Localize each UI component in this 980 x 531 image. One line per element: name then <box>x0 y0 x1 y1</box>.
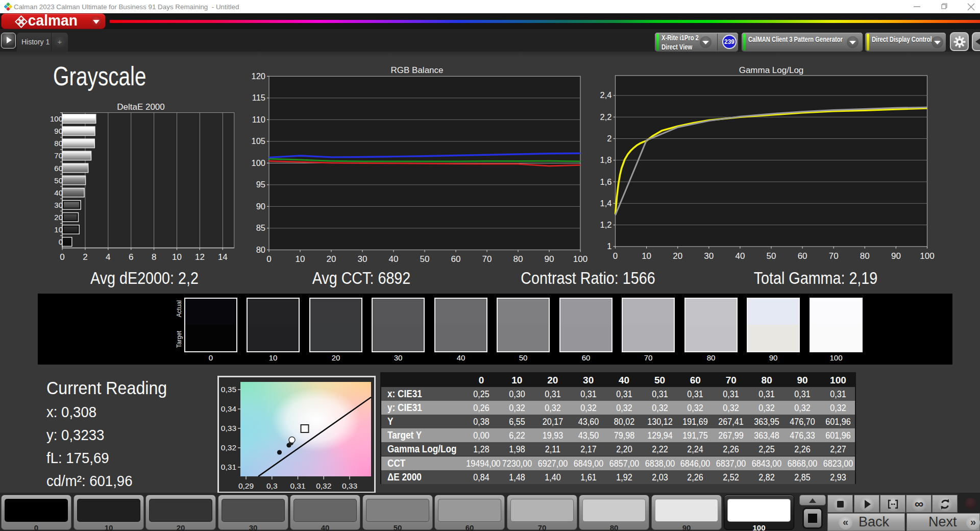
svg-text:0,31: 0,31 <box>290 481 305 490</box>
svg-text:70: 70 <box>482 254 492 264</box>
svg-text:90: 90 <box>54 127 63 135</box>
svg-text:12: 12 <box>195 252 205 262</box>
svg-text:95: 95 <box>256 180 265 189</box>
svg-text:1: 1 <box>607 242 611 251</box>
svg-text:70: 70 <box>54 151 63 160</box>
svg-text:8: 8 <box>152 252 156 262</box>
svg-text:100: 100 <box>251 158 265 167</box>
svg-text:20: 20 <box>54 213 63 222</box>
svg-text:∞: ∞ <box>915 497 923 511</box>
svg-text:0,3: 0,3 <box>266 481 278 490</box>
svg-text:2,4: 2,4 <box>600 90 612 100</box>
svg-text:0,35: 0,35 <box>221 385 236 394</box>
svg-text:1,6: 1,6 <box>600 177 612 186</box>
svg-text:50: 50 <box>420 254 430 264</box>
svg-text:30: 30 <box>704 251 714 261</box>
svg-text:0: 0 <box>59 237 63 246</box>
svg-text:6: 6 <box>129 252 133 262</box>
svg-text:10: 10 <box>54 225 63 234</box>
svg-text:30: 30 <box>54 201 63 209</box>
svg-text:110: 110 <box>252 115 265 124</box>
svg-text:14: 14 <box>218 252 228 262</box>
svg-text:100: 100 <box>50 114 63 123</box>
svg-text:40: 40 <box>735 251 745 261</box>
svg-text:90: 90 <box>545 254 554 264</box>
svg-text:115: 115 <box>252 93 265 102</box>
svg-text:4: 4 <box>106 252 110 262</box>
svg-text:80: 80 <box>256 245 265 254</box>
svg-text:100: 100 <box>920 251 934 261</box>
svg-text:0,34: 0,34 <box>221 404 237 413</box>
svg-text:10: 10 <box>296 254 305 264</box>
svg-text:80: 80 <box>513 254 523 264</box>
svg-text:RGB Balance: RGB Balance <box>391 65 444 75</box>
svg-text:1,8: 1,8 <box>600 155 612 164</box>
svg-text:0,33: 0,33 <box>342 481 357 490</box>
svg-text:85: 85 <box>256 223 265 232</box>
svg-text:60: 60 <box>798 251 807 261</box>
svg-text:105: 105 <box>251 136 265 146</box>
svg-text:40: 40 <box>54 188 63 197</box>
svg-text:0,32: 0,32 <box>316 481 331 490</box>
svg-text:90: 90 <box>891 251 901 261</box>
svg-text:0: 0 <box>60 252 64 262</box>
svg-text:80: 80 <box>860 251 870 261</box>
svg-text:60: 60 <box>54 164 63 173</box>
svg-text:0: 0 <box>613 251 618 261</box>
svg-text:2,2: 2,2 <box>600 112 612 122</box>
svg-text:40: 40 <box>389 254 399 264</box>
svg-text:50: 50 <box>54 176 63 185</box>
svg-text:0,29: 0,29 <box>238 481 254 490</box>
svg-text:80: 80 <box>54 139 63 148</box>
svg-text:120: 120 <box>251 71 265 81</box>
svg-text:30: 30 <box>358 254 368 264</box>
svg-text:60: 60 <box>451 254 461 264</box>
svg-text:20: 20 <box>673 251 682 261</box>
svg-text:Gamma Log/Log: Gamma Log/Log <box>739 65 804 75</box>
svg-text:100: 100 <box>573 254 587 264</box>
svg-text:20: 20 <box>327 254 336 264</box>
svg-text:1,4: 1,4 <box>600 199 612 208</box>
svg-text:0: 0 <box>266 254 271 264</box>
svg-text:50: 50 <box>767 251 776 261</box>
svg-text:0,33: 0,33 <box>221 424 236 432</box>
svg-text:70: 70 <box>829 251 839 261</box>
svg-text:90: 90 <box>256 202 265 211</box>
svg-text:DeltaE 2000: DeltaE 2000 <box>117 102 165 112</box>
svg-text:2: 2 <box>607 134 611 143</box>
svg-text:10: 10 <box>642 251 651 261</box>
svg-text:0,32: 0,32 <box>221 443 236 452</box>
svg-text:2: 2 <box>83 252 87 262</box>
svg-text:0,31: 0,31 <box>221 463 236 471</box>
svg-text:10: 10 <box>172 252 182 262</box>
svg-text:1,2: 1,2 <box>600 220 612 229</box>
